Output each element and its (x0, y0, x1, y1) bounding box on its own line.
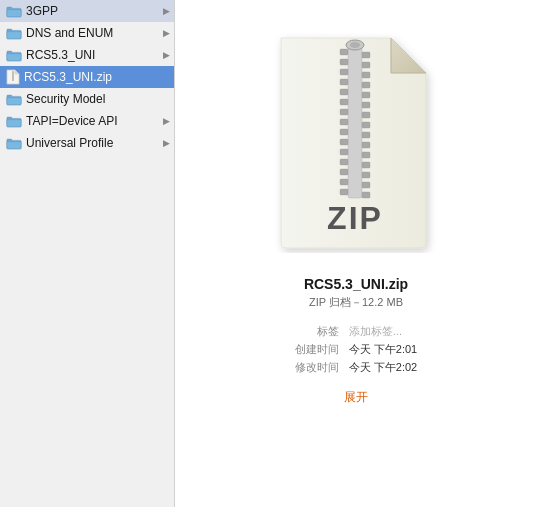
svg-rect-12 (340, 149, 348, 155)
svg-text:ZIP: ZIP (327, 200, 383, 236)
svg-rect-8 (340, 109, 348, 115)
svg-rect-25 (362, 132, 370, 138)
tag-label: 标签 (295, 324, 339, 339)
sidebar-item-label-rcs53-uni: RCS5.3_UNI (26, 44, 163, 66)
created-value: 今天 下午2:01 (349, 342, 417, 357)
svg-rect-29 (362, 172, 370, 178)
chevron-right-icon: ▶ (163, 6, 170, 16)
file-type: ZIP 归档－12.2 MB (206, 295, 506, 310)
modified-label: 修改时间 (295, 360, 339, 375)
sidebar-item-label-dns-enum: DNS and ENUM (26, 22, 163, 44)
svg-point-33 (350, 42, 360, 48)
folder-icon (6, 49, 22, 61)
sidebar-item-label-rcs53-uni-zip: RCS5.3_UNI.zip (24, 66, 174, 88)
folder-icon (6, 115, 22, 127)
main-content: ZIP RCS5.3_UNI.zip ZIP 归档－12.2 MB 标签 添加标… (175, 0, 537, 507)
zip-file-icon-small (6, 69, 20, 85)
svg-rect-0 (12, 71, 14, 81)
svg-rect-9 (340, 119, 348, 125)
svg-rect-27 (362, 152, 370, 158)
sidebar-item-security-model[interactable]: Security Model (0, 88, 174, 110)
file-info-section: RCS5.3_UNI.zip ZIP 归档－12.2 MB 标签 添加标签...… (206, 276, 506, 406)
svg-rect-6 (340, 89, 348, 95)
metadata-table: 标签 添加标签... 创建时间 今天 下午2:01 修改时间 今天 下午2:02 (295, 324, 417, 375)
svg-rect-10 (340, 129, 348, 135)
svg-rect-26 (362, 142, 370, 148)
svg-rect-30 (362, 182, 370, 188)
sidebar-item-rcs53-uni-zip[interactable]: RCS5.3_UNI.zip (0, 66, 174, 88)
svg-rect-20 (362, 82, 370, 88)
svg-rect-15 (340, 179, 348, 185)
modified-value: 今天 下午2:02 (349, 360, 417, 375)
svg-rect-1 (348, 43, 362, 198)
sidebar-item-rcs53-uni[interactable]: RCS5.3_UNI▶ (0, 44, 174, 66)
zip-file-icon: ZIP (261, 28, 451, 258)
svg-rect-19 (362, 72, 370, 78)
sidebar-item-tapi-device[interactable]: TAPI=Device API▶ (0, 110, 174, 132)
svg-rect-3 (340, 59, 348, 65)
sidebar-item-universal-profile[interactable]: Universal Profile▶ (0, 132, 174, 154)
svg-rect-5 (340, 79, 348, 85)
folder-icon (6, 5, 22, 17)
sidebar-item-label-3gpp: 3GPP (26, 0, 163, 22)
svg-rect-13 (340, 159, 348, 165)
svg-rect-21 (362, 92, 370, 98)
svg-rect-22 (362, 102, 370, 108)
tag-value[interactable]: 添加标签... (349, 324, 417, 339)
svg-rect-7 (340, 99, 348, 105)
svg-rect-2 (340, 49, 348, 55)
chevron-right-icon: ▶ (163, 116, 170, 126)
svg-rect-31 (362, 192, 370, 198)
folder-icon (6, 93, 22, 105)
open-button[interactable]: 展开 (344, 389, 368, 406)
svg-rect-23 (362, 112, 370, 118)
file-name: RCS5.3_UNI.zip (206, 276, 506, 292)
svg-rect-4 (340, 69, 348, 75)
sidebar-item-3gpp[interactable]: 3GPP▶ (0, 0, 174, 22)
folder-icon (6, 137, 22, 149)
folder-icon (6, 27, 22, 39)
svg-rect-17 (362, 52, 370, 58)
created-label: 创建时间 (295, 342, 339, 357)
sidebar-item-label-tapi-device: TAPI=Device API (26, 110, 163, 132)
sidebar-item-label-universal-profile: Universal Profile (26, 132, 163, 154)
svg-rect-28 (362, 162, 370, 168)
sidebar: 3GPP▶ DNS and ENUM▶ RCS5.3_UNI▶ RCS5.3_U… (0, 0, 175, 507)
svg-rect-16 (340, 189, 348, 195)
svg-rect-11 (340, 139, 348, 145)
chevron-right-icon: ▶ (163, 138, 170, 148)
svg-rect-24 (362, 122, 370, 128)
sidebar-item-dns-enum[interactable]: DNS and ENUM▶ (0, 22, 174, 44)
chevron-right-icon: ▶ (163, 28, 170, 38)
svg-rect-18 (362, 62, 370, 68)
sidebar-item-label-security-model: Security Model (26, 88, 174, 110)
chevron-right-icon: ▶ (163, 50, 170, 60)
svg-rect-14 (340, 169, 348, 175)
